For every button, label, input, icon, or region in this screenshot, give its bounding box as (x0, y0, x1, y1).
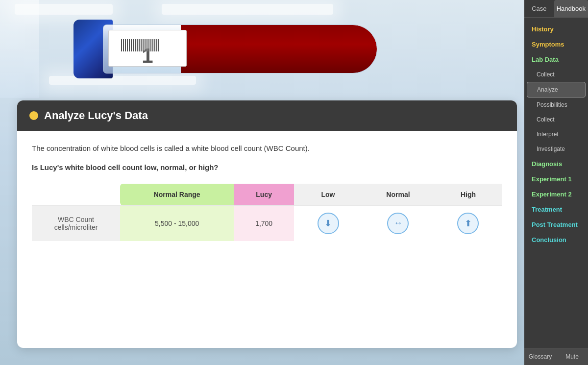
sidebar-item-symptoms[interactable]: Symptoms (524, 37, 588, 52)
sidebar-item-post-treatment[interactable]: Post Treatment (524, 217, 588, 232)
tab-case[interactable]: Case (524, 0, 554, 17)
sidebar-item-collect2[interactable]: Collect (524, 112, 588, 127)
glossary-button[interactable]: Glossary (524, 348, 556, 365)
header-high: High (434, 184, 502, 206)
sidebar-item-conclusion[interactable]: Conclusion (524, 232, 588, 247)
sidebar-nav: History Symptoms Lab Data Collect Analyz… (524, 18, 588, 348)
main-content-area: 1 Analyze Lucy's Data The concentration … (0, 0, 524, 365)
sidebar-item-experiment1[interactable]: Experiment 1 (524, 171, 588, 187)
sidebar-item-treatment[interactable]: Treatment (524, 202, 588, 217)
sidebar: Case Handbook History Symptoms Lab Data … (524, 0, 588, 365)
content-panel: Analyze Lucy's Data The concentration of… (17, 100, 517, 348)
table-row: WBC Count cells/microliter 5,500 - 15,00… (32, 205, 502, 241)
header-normal-range: Normal Range (120, 184, 234, 206)
sidebar-item-analyze[interactable]: Analyze (527, 82, 586, 97)
mute-button[interactable]: Mute (556, 348, 588, 365)
header-lucy: Lucy (234, 184, 294, 206)
row-label: WBC Count cells/microliter (32, 205, 120, 241)
panel-header: Analyze Lucy's Data (17, 100, 517, 131)
sidebar-item-possibilities[interactable]: Possibilities (524, 97, 588, 112)
blood-tube: 1 (74, 15, 387, 83)
normal-button[interactable]: ↔ (387, 213, 409, 234)
cell-lucy-value: 1,700 (234, 205, 294, 241)
tube-liquid (181, 25, 377, 73)
window-light (0, 0, 39, 98)
sidebar-item-collect1[interactable]: Collect (524, 67, 588, 82)
sidebar-tabs: Case Handbook (524, 0, 588, 18)
sidebar-item-investigate[interactable]: Investigate (524, 142, 588, 156)
cell-low-button[interactable]: ⬇ (294, 205, 362, 241)
header-normal: Normal (362, 184, 434, 206)
question-text: Is Lucy's white blood cell count low, no… (32, 163, 502, 171)
sidebar-item-interpret[interactable]: Interpret (524, 127, 588, 142)
sidebar-bottom: Glossary Mute (524, 348, 588, 365)
description-text: The concentration of white blood cells i… (32, 143, 502, 154)
cell-normal-range-value: 5,500 - 15,000 (120, 205, 234, 241)
header-low: Low (294, 184, 362, 206)
sidebar-item-lab-data[interactable]: Lab Data (524, 52, 588, 67)
low-button[interactable]: ⬇ (318, 213, 339, 234)
status-dot (29, 111, 38, 120)
tube-barcode (121, 39, 160, 51)
sidebar-item-experiment2[interactable]: Experiment 2 (524, 187, 588, 202)
high-button[interactable]: ⬆ (457, 213, 479, 234)
cell-high-button[interactable]: ⬆ (434, 205, 502, 241)
blood-tube-container: 1 (59, 5, 402, 93)
tab-handbook[interactable]: Handbook (554, 0, 588, 17)
sidebar-item-diagnosis[interactable]: Diagnosis (524, 156, 588, 171)
wbc-table: Normal Range Lucy Low Normal High WBC Co… (32, 184, 502, 241)
panel-title: Analyze Lucy's Data (44, 109, 148, 122)
tube-body: 1 (103, 24, 377, 73)
sidebar-item-history[interactable]: History (524, 22, 588, 37)
cell-normal-button[interactable]: ↔ (362, 205, 434, 241)
